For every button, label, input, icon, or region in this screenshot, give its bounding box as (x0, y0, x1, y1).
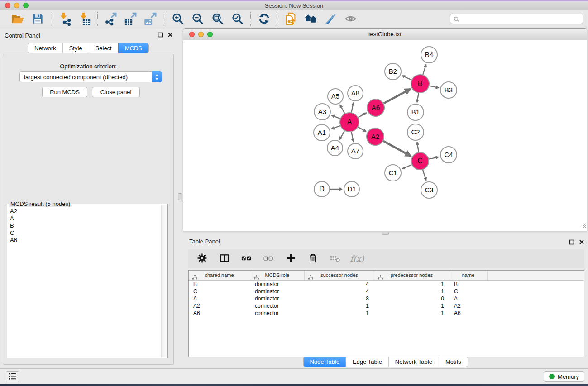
zoom-in-button[interactable] (169, 11, 186, 27)
deselect-all-button[interactable] (261, 251, 276, 267)
add-column-button[interactable] (283, 251, 298, 267)
graph-node-C3[interactable]: C3 (421, 182, 437, 198)
graph-edge-A-A1[interactable] (331, 126, 340, 129)
delete-column-button[interactable] (306, 251, 320, 267)
graph-edge-A-A4[interactable] (339, 131, 344, 140)
tab-select[interactable]: Select (89, 43, 118, 53)
graph-node-B[interactable]: B (411, 75, 429, 93)
column-header-shared-name[interactable]: shared name (189, 271, 250, 280)
graph-edge-B-B4[interactable] (423, 64, 426, 75)
settings-button[interactable] (195, 251, 209, 267)
graph-edge-A-A8[interactable] (351, 103, 353, 113)
graph-node-C[interactable]: C (411, 152, 429, 170)
table-row[interactable]: Cdominator41C (189, 288, 584, 295)
mcds-result-item[interactable]: B (7, 222, 161, 229)
table-row[interactable]: Bdominator41B (189, 281, 584, 288)
search-input[interactable] (450, 14, 583, 24)
graph-node-C2[interactable]: C2 (407, 124, 424, 140)
cybrowser-button[interactable] (302, 11, 319, 27)
table-row[interactable]: A6connector11A6 (189, 310, 584, 317)
graph-edge-A-A2[interactable] (358, 127, 366, 132)
graph-edge-B-B3[interactable] (430, 86, 439, 88)
column-header-name[interactable]: name (449, 271, 488, 280)
run-mcds-button[interactable]: Run MCDS (42, 87, 87, 97)
mcds-result-item[interactable]: A6 (7, 237, 161, 244)
split-view-button[interactable] (217, 251, 231, 267)
mcds-result-item[interactable]: A (7, 215, 161, 222)
graph-node-C4[interactable]: C4 (440, 147, 457, 163)
graph-node-A7[interactable]: A7 (348, 143, 363, 159)
table-row[interactable]: Adominator80A (189, 295, 584, 302)
horizontal-divider-grip[interactable] (382, 232, 389, 235)
result-list-scrollbar[interactable] (161, 205, 167, 357)
show-hide-button[interactable] (342, 11, 359, 27)
graph-node-A4[interactable]: A4 (327, 140, 343, 156)
window-resize-grip[interactable] (580, 222, 586, 230)
vertical-divider-grip[interactable] (178, 193, 182, 200)
graph-edge-C-C4[interactable] (429, 157, 439, 159)
import-network-button[interactable] (56, 11, 72, 27)
graph-edge-A2-C[interactable] (383, 141, 411, 156)
mcds-result-item[interactable]: A2 (7, 208, 161, 215)
tab-style[interactable]: Style (62, 43, 89, 53)
graph-node-A6[interactable]: A6 (367, 99, 384, 116)
graph-edge-C-C1[interactable] (402, 165, 411, 169)
graph-edge-A6-B[interactable] (384, 89, 411, 103)
delete-table-button[interactable] (328, 251, 342, 267)
graph-node-B4[interactable]: B4 (421, 47, 437, 63)
graph-edge-A-A3[interactable] (332, 115, 340, 119)
table-row[interactable]: A2connector11A2 (189, 302, 584, 310)
network-window-titlebar[interactable]: testGlobe.txt (183, 29, 587, 40)
refresh-button[interactable] (256, 11, 272, 27)
table-tab-network-table[interactable]: Network Table (388, 357, 439, 367)
column-header-MCDS-role[interactable]: MCDS role (250, 271, 305, 280)
export-network-button[interactable] (103, 11, 119, 27)
zoom-fit-button[interactable] (209, 11, 225, 27)
graph-node-A3[interactable]: A3 (314, 104, 330, 120)
graph-edge-A-A7[interactable] (351, 132, 353, 142)
network-from-selection-button[interactable] (282, 11, 299, 27)
mcds-result-item[interactable]: C (7, 229, 161, 237)
toggle-graphics-details-button[interactable] (322, 11, 339, 27)
mcds-result-list[interactable]: A2ABCA6 (7, 208, 161, 358)
panel-list-button[interactable] (6, 371, 19, 382)
tab-network[interactable]: Network (28, 43, 62, 53)
optimization-criterion-select[interactable]: largest connected component (directed) (19, 71, 162, 82)
graph-node-A2[interactable]: A2 (367, 128, 384, 145)
open-session-button[interactable] (10, 11, 26, 27)
graph-edge-C-C2[interactable] (417, 142, 419, 152)
close-table-panel-button[interactable] (579, 239, 584, 246)
float-table-panel-button[interactable] (569, 239, 574, 246)
save-session-button[interactable] (29, 11, 46, 27)
import-table-button[interactable] (76, 11, 92, 27)
graph-edge-B-B1[interactable] (417, 93, 418, 103)
graph-node-C1[interactable]: C1 (385, 165, 401, 181)
graph-node-D[interactable]: D (314, 181, 330, 197)
graph-edge-B-B2[interactable] (402, 76, 411, 80)
graph-edge-A-A6[interactable] (358, 113, 367, 117)
graph-node-D1[interactable]: D1 (344, 181, 359, 197)
select-all-button[interactable] (239, 251, 253, 267)
graph-node-A5[interactable]: A5 (328, 89, 343, 104)
function-builder-button[interactable]: f(x) (350, 251, 364, 267)
tab-mcds[interactable]: MCDS (118, 43, 148, 53)
close-panel-button-mcds[interactable]: Close panel (92, 87, 140, 97)
graph-node-B3[interactable]: B3 (440, 82, 457, 98)
close-panel-button[interactable] (167, 32, 173, 39)
column-header-successor-nodes[interactable]: successor nodes (305, 271, 374, 280)
export-table-button[interactable] (123, 11, 139, 27)
zoom-out-button[interactable] (189, 11, 206, 27)
graph-node-A1[interactable]: A1 (314, 124, 330, 141)
graph-node-A[interactable]: A (340, 113, 359, 132)
table-tab-motifs[interactable]: Motifs (439, 357, 468, 367)
column-header-predecessor-nodes[interactable]: predecessor nodes (374, 271, 449, 280)
float-panel-button[interactable] (158, 32, 163, 39)
network-canvas[interactable]: AA1A2A3A4A5A6A7A8BB1B2B3B4CC1C2C3C4DD1 (183, 40, 587, 231)
table-tab-edge-table[interactable]: Edge Table (346, 357, 388, 367)
zoom-selected-button[interactable] (229, 11, 245, 27)
table-tab-node-table[interactable]: Node Table (303, 357, 346, 367)
network-graph[interactable]: AA1A2A3A4A5A6A7A8BB1B2B3B4CC1C2C3C4DD1 (183, 40, 587, 231)
export-image-button[interactable] (143, 11, 159, 27)
memory-button[interactable]: Memory (544, 371, 584, 382)
graph-node-B2[interactable]: B2 (385, 63, 401, 80)
